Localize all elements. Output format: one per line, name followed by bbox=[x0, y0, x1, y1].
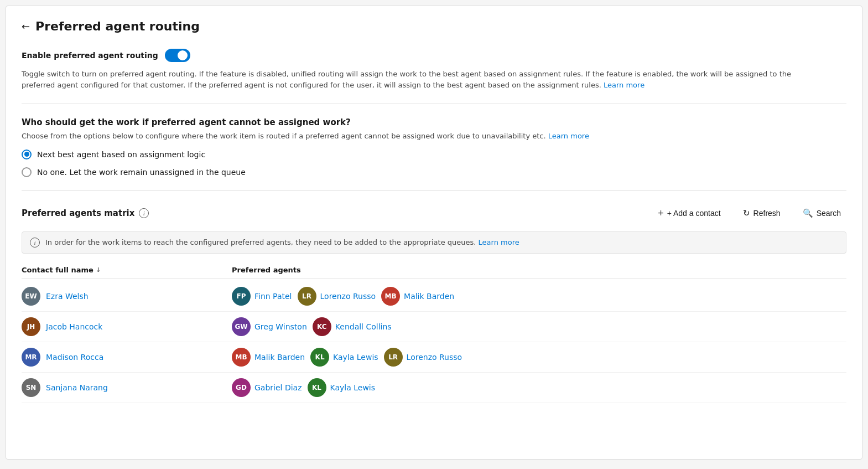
contact-name-link[interactable]: Jacob Hancock bbox=[46, 322, 102, 331]
agent-avatar: GD bbox=[232, 378, 251, 397]
agent-item: GDGabriel Diaz bbox=[232, 378, 302, 397]
agents-cell: MBMalik BardenKLKayla LewisLRLorenzo Rus… bbox=[232, 348, 846, 367]
radio-label-no-one: No one. Let the work remain unassigned i… bbox=[37, 168, 246, 177]
table-row: JHJacob HancockGWGreg WinstonKCKendall C… bbox=[22, 312, 846, 342]
table-headers: Contact full name ↓ Preferred agents bbox=[22, 261, 846, 279]
radio-circle-next-best bbox=[22, 150, 32, 159]
agent-name-link[interactable]: Kayla Lewis bbox=[333, 353, 378, 362]
toggle-label: Enable preferred agent routing bbox=[22, 51, 158, 60]
table-row: EWEzra WelshFPFinn PatelLRLorenzo RussoM… bbox=[22, 281, 846, 312]
toggle-description: Toggle switch to turn on preferred agent… bbox=[22, 69, 824, 90]
table-row: MRMadison RoccaMBMalik BardenKLKayla Lew… bbox=[22, 342, 846, 373]
page-title: Preferred agent routing bbox=[35, 19, 200, 33]
agent-name-link[interactable]: Lorenzo Russo bbox=[407, 353, 462, 362]
contact-avatar: JH bbox=[22, 317, 40, 336]
agent-name-link[interactable]: Finn Patel bbox=[254, 292, 292, 301]
agent-item: KLKayla Lewis bbox=[310, 348, 378, 367]
matrix-info-icon[interactable]: i bbox=[139, 208, 149, 218]
refresh-icon: ↻ bbox=[743, 208, 750, 218]
banner-learn-more-link[interactable]: Learn more bbox=[479, 238, 519, 246]
agent-item: MBMalik Barden bbox=[232, 348, 305, 367]
add-contact-button[interactable]: + + Add a contact bbox=[652, 204, 726, 223]
radio-label-next-best: Next best agent based on assignment logi… bbox=[37, 150, 205, 159]
agent-item: KLKayla Lewis bbox=[308, 378, 376, 397]
contact-cell: JHJacob Hancock bbox=[22, 317, 232, 336]
agent-avatar: KL bbox=[308, 378, 326, 397]
search-button[interactable]: 🔍 Search bbox=[797, 205, 846, 221]
matrix-title: Preferred agents matrix bbox=[22, 208, 134, 218]
sort-arrow[interactable]: ↓ bbox=[96, 266, 101, 274]
fallback-section: Who should get the work if preferred age… bbox=[22, 117, 846, 191]
page-header: ← Preferred agent routing bbox=[22, 19, 846, 33]
contact-avatar: EW bbox=[22, 287, 40, 306]
contact-cell: EWEzra Welsh bbox=[22, 287, 232, 306]
contact-cell: MRMadison Rocca bbox=[22, 348, 232, 367]
agents-cell: GDGabriel DiazKLKayla Lewis bbox=[232, 378, 846, 397]
agent-name-link[interactable]: Greg Winston bbox=[254, 322, 307, 331]
agent-name-link[interactable]: Lorenzo Russo bbox=[320, 292, 376, 301]
agents-cell: FPFinn PatelLRLorenzo RussoMBMalik Barde… bbox=[232, 287, 846, 306]
banner-text: In order for the work items to reach the… bbox=[45, 238, 519, 246]
table-row: SNSanjana NarangGDGabriel DiazKLKayla Le… bbox=[22, 373, 846, 403]
banner-info-icon: i bbox=[30, 238, 40, 248]
radio-next-best[interactable]: Next best agent based on assignment logi… bbox=[22, 150, 846, 159]
agent-avatar: MB bbox=[381, 287, 400, 306]
col-contact-name: Contact full name ↓ bbox=[22, 266, 232, 274]
col-preferred-agents: Preferred agents bbox=[232, 266, 846, 274]
back-button[interactable]: ← bbox=[22, 20, 30, 32]
agent-item: LRLorenzo Russo bbox=[384, 348, 462, 367]
radio-no-one[interactable]: No one. Let the work remain unassigned i… bbox=[22, 167, 846, 177]
agent-avatar: LR bbox=[384, 348, 403, 367]
fallback-description: Choose from the options below to configu… bbox=[22, 131, 824, 142]
agent-avatar: LR bbox=[298, 287, 316, 306]
matrix-section: Preferred agents matrix i + + Add a cont… bbox=[22, 204, 846, 403]
contact-name-link[interactable]: Madison Rocca bbox=[46, 353, 103, 362]
agent-item: GWGreg Winston bbox=[232, 317, 307, 336]
refresh-button[interactable]: ↻ Refresh bbox=[737, 205, 786, 221]
toggle-section: Enable preferred agent routing Toggle sw… bbox=[22, 49, 846, 104]
info-banner: i In order for the work items to reach t… bbox=[22, 231, 846, 254]
agent-name-link[interactable]: Kendall Collins bbox=[335, 322, 392, 331]
fallback-heading: Who should get the work if preferred age… bbox=[22, 117, 846, 127]
contact-name-link[interactable]: Sanjana Narang bbox=[46, 383, 108, 392]
agent-avatar: KC bbox=[313, 317, 331, 336]
agents-matrix-table: Contact full name ↓ Preferred agents EWE… bbox=[22, 261, 846, 403]
agent-avatar: MB bbox=[232, 348, 251, 367]
toggle-row: Enable preferred agent routing bbox=[22, 49, 846, 62]
add-icon: + bbox=[658, 208, 664, 219]
contact-avatar: MR bbox=[22, 348, 40, 367]
preferred-agent-toggle[interactable] bbox=[165, 49, 190, 62]
matrix-header: Preferred agents matrix i + + Add a cont… bbox=[22, 204, 846, 223]
matrix-actions: + + Add a contact ↻ Refresh 🔍 Search bbox=[652, 204, 846, 223]
contact-cell: SNSanjana Narang bbox=[22, 378, 232, 397]
fallback-options: Next best agent based on assignment logi… bbox=[22, 150, 846, 177]
fallback-learn-more-link[interactable]: Learn more bbox=[548, 132, 589, 140]
agent-name-link[interactable]: Malik Barden bbox=[404, 292, 454, 301]
contact-avatar: SN bbox=[22, 378, 40, 397]
agent-avatar: GW bbox=[232, 317, 251, 336]
search-icon: 🔍 bbox=[803, 208, 813, 218]
toggle-learn-more-link[interactable]: Learn more bbox=[604, 81, 644, 89]
agent-item: MBMalik Barden bbox=[381, 287, 454, 306]
agent-item: KCKendall Collins bbox=[313, 317, 392, 336]
agent-name-link[interactable]: Kayla Lewis bbox=[330, 383, 376, 392]
agents-cell: GWGreg WinstonKCKendall Collins bbox=[232, 317, 846, 336]
contact-name-link[interactable]: Ezra Welsh bbox=[46, 292, 89, 301]
table-body: EWEzra WelshFPFinn PatelLRLorenzo RussoM… bbox=[22, 281, 846, 403]
agent-name-link[interactable]: Gabriel Diaz bbox=[254, 383, 302, 392]
agent-name-link[interactable]: Malik Barden bbox=[254, 353, 305, 362]
radio-circle-no-one bbox=[22, 167, 32, 177]
agent-avatar: KL bbox=[310, 348, 329, 367]
agent-item: LRLorenzo Russo bbox=[298, 287, 376, 306]
agent-item: FPFinn Patel bbox=[232, 287, 292, 306]
agent-avatar: FP bbox=[232, 287, 251, 306]
matrix-title-row: Preferred agents matrix i bbox=[22, 208, 149, 218]
